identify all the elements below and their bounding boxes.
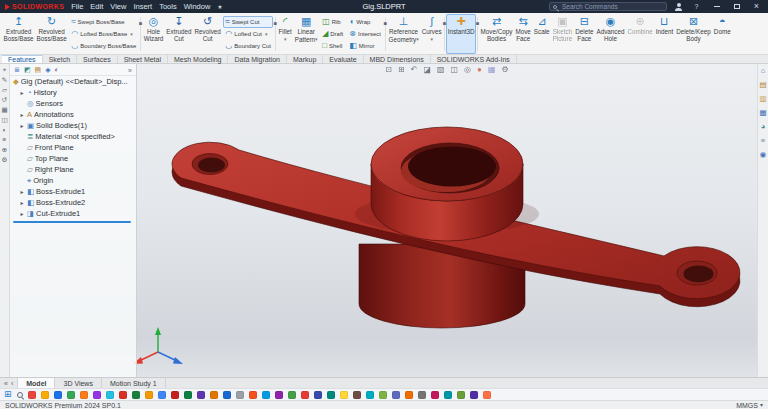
commandmanager-tab[interactable]: Mesh Modeling (168, 55, 228, 63)
tree-item[interactable]: ◔ History (10, 87, 136, 98)
featuremanager-tab-icon[interactable]: ≣ (14, 66, 20, 74)
settings-tool-icon[interactable]: ⚙ (2, 156, 8, 163)
view-orientation-icon[interactable]: ▧ (437, 65, 445, 74)
taskbar-app-icon[interactable] (340, 391, 348, 399)
model-tab[interactable]: Model (18, 378, 55, 388)
taskbar-app-icon[interactable] (327, 391, 335, 399)
display-style-icon[interactable]: ◫ (451, 65, 459, 74)
search-commands-box[interactable] (549, 2, 667, 11)
commandmanager-tab[interactable]: Markup (287, 55, 323, 63)
commandmanager-tab[interactable]: Sketch (43, 55, 77, 63)
previous-view-icon[interactable]: ↶ (411, 65, 418, 74)
ribbon-button[interactable]: ⊕ Combine (626, 14, 654, 54)
view-settings-icon[interactable]: ⚙ (502, 65, 509, 74)
taskbar-app-icon[interactable] (314, 391, 322, 399)
taskbar-app-icon[interactable] (301, 391, 309, 399)
ribbon-button[interactable]: ⇄ Move/Copy Bodies (479, 14, 514, 54)
expand-caret-icon[interactable] (19, 111, 25, 118)
ribbon-small-button[interactable]: ◠ Lofted Boss/Base (69, 28, 138, 40)
taskbar-app-icon[interactable] (119, 391, 127, 399)
taskbar-app-icon[interactable] (288, 391, 296, 399)
tree-item[interactable]: ▱ Top Plane (10, 153, 136, 164)
menu-item[interactable]: Window (184, 2, 211, 11)
taskbar-app-icon[interactable] (444, 391, 452, 399)
ribbon-button[interactable]: ▪ (385, 17, 386, 51)
tree-item[interactable]: ≣ Material <not specified> (10, 131, 136, 142)
taskbar-app-icon[interactable] (210, 391, 218, 399)
tree-item[interactable]: ◨ Cut-Extrude1 (10, 208, 136, 219)
expand-caret-icon[interactable] (19, 199, 25, 206)
ribbon-button[interactable]: ▪ (275, 17, 276, 51)
tree-item[interactable]: ⌖ Origin (10, 175, 136, 186)
taskbar-app-icon[interactable] (158, 391, 166, 399)
taskbar-app-icon[interactable] (80, 391, 88, 399)
menu-item[interactable]: Tools (159, 2, 177, 11)
ribbon-small-button[interactable]: ◫ Rib (320, 16, 345, 28)
ribbon-button[interactable]: ▪ (140, 17, 141, 51)
tree-flyout-icon[interactable]: » (128, 67, 132, 74)
minimize-button[interactable] (710, 0, 723, 13)
taskbar-app-icon[interactable] (418, 391, 426, 399)
tab-scroll-left-icon[interactable]: « (4, 380, 8, 387)
taskbar-app-icon[interactable] (171, 391, 179, 399)
ribbon-small-button[interactable]: ⊗ Intersect (347, 28, 383, 40)
expand-caret-icon[interactable] (19, 210, 25, 217)
taskbar-app-icon[interactable] (28, 391, 36, 399)
ribbon-small-button[interactable]: ≈ Swept Boss/Base (69, 16, 138, 28)
commandmanager-tab[interactable]: SOLIDWORKS Add-Ins (431, 55, 517, 63)
appearances-scenes-icon[interactable]: ◕ (761, 123, 766, 131)
ribbon-small-button[interactable]: ◠ Lofted Cut (223, 28, 273, 40)
design-library-icon[interactable]: ▤ (759, 81, 766, 89)
solidworks-resources-icon[interactable]: ⌂ (761, 67, 766, 75)
taskbar-app-icon[interactable] (431, 391, 439, 399)
ribbon-small-button[interactable]: ◡ Boundary Boss/Base (69, 40, 138, 52)
commandmanager-tab[interactable]: Evaluate (323, 55, 363, 63)
ribbon-small-button[interactable]: ◖ Wrap (347, 16, 383, 28)
ribbon-button[interactable]: ▪ ≈ Swept Cut ◠ Lofted Cut ◡ Boundar (222, 14, 274, 54)
taskbar-app-icon[interactable] (67, 391, 75, 399)
commandmanager-tab[interactable]: Surfaces (77, 55, 118, 63)
windows-start-icon[interactable]: ⊞ (4, 390, 12, 399)
taskbar-app-icon[interactable] (223, 391, 231, 399)
zoom-area-icon[interactable]: ⊞ (398, 65, 405, 74)
model-part[interactable] (172, 127, 740, 328)
search-input[interactable] (550, 3, 666, 10)
grid-tool-icon[interactable]: ▦ (1, 106, 7, 113)
menu-pin-icon[interactable]: ★ (217, 4, 222, 10)
ribbon-button[interactable]: ◉ Advanced Hole (595, 14, 626, 54)
ribbon-button[interactable]: ↺ Revolved Cut (193, 14, 222, 54)
ribbon-button[interactable]: ▪ ≈ Swept Boss/Base ◠ Lofted Boss/Base ◡ (68, 14, 139, 54)
ribbon-button[interactable]: ∫ Curves (420, 14, 443, 54)
ribbon-button[interactable]: ▦ Linear Pattern (293, 14, 319, 54)
model-tab[interactable]: 3D Views (55, 378, 101, 388)
user-account-icon[interactable] (674, 2, 683, 11)
forum-icon[interactable]: ◉ (760, 151, 767, 159)
graphics-area[interactable]: ⊡⊞↶◪▧◫◎●▦⚙ ≣◩▤◈◐ » ◆ Gig (Default) <<Def… (10, 64, 757, 377)
zoom-tool-icon[interactable]: ⊕ (2, 146, 7, 153)
propertymanager-tab-icon[interactable]: ◩ (24, 66, 31, 74)
tree-item[interactable]: A Annotations (10, 109, 136, 120)
taskbar-app-icon[interactable] (132, 391, 140, 399)
commandmanager-tab[interactable]: Features (2, 55, 43, 63)
taskbar-app-icon[interactable] (145, 391, 153, 399)
taskbar-app-icon[interactable] (483, 391, 491, 399)
help-button[interactable]: ? (690, 0, 703, 13)
ribbon-button[interactable]: ⊠ Delete/Keep Body (675, 14, 713, 54)
tree-item[interactable]: ▣ Solid Bodies(1) (10, 120, 136, 131)
taskbar-app-icon[interactable] (236, 391, 244, 399)
appearance-tool-icon[interactable]: ◐ (3, 126, 7, 133)
maximize-button[interactable] (730, 0, 743, 13)
tree-item[interactable]: ◎ Sensors (10, 98, 136, 109)
ribbon-button[interactable]: ⇆ Move Face (514, 14, 532, 54)
ribbon-button[interactable]: ⊟ Delete Face (574, 14, 595, 54)
configurationmanager-tab-icon[interactable]: ▤ (35, 66, 42, 74)
expand-caret-icon[interactable] (19, 89, 25, 96)
sketch-tool-icon[interactable]: ✎ (2, 76, 7, 83)
taskbar-app-icon[interactable] (93, 391, 101, 399)
taskbar-app-icon[interactable] (197, 391, 205, 399)
ribbon-small-button[interactable]: ◢ Draft (320, 28, 345, 40)
ribbon-button[interactable]: ⊥ Reference Geometry (387, 14, 420, 54)
taskbar-app-icon[interactable] (262, 391, 270, 399)
displaymanager-tab-icon[interactable]: ◐ (55, 66, 59, 74)
ribbon-small-button[interactable]: ◧ Mirror (347, 40, 383, 52)
